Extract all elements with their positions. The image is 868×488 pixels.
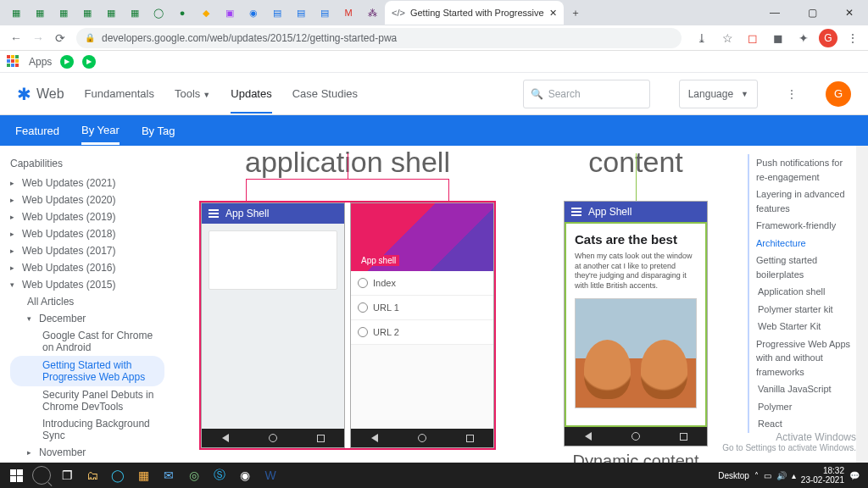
reload-button[interactable]: ⟳ [49, 27, 71, 49]
toc-item[interactable]: Polymer starter kit [747, 301, 851, 319]
back-button[interactable]: ← [5, 27, 27, 49]
profile-avatar[interactable]: G [819, 29, 837, 47]
background-tab[interactable]: ▣ [219, 2, 241, 24]
back-icon [222, 434, 229, 442]
taskbar-search[interactable] [29, 463, 54, 488]
toc-item[interactable]: Getting started boilerplates [747, 252, 851, 283]
toc-item[interactable]: Application shell [747, 283, 851, 301]
background-tab[interactable]: ▦ [100, 2, 122, 24]
search-input[interactable]: 🔍 Search [523, 80, 650, 108]
toc-item[interactable]: React [747, 415, 851, 433]
toc-item[interactable]: Progressive Web Apps with and without fr… [747, 336, 851, 381]
background-tab[interactable]: ▦ [53, 2, 75, 24]
install-icon[interactable]: ⤓ [692, 28, 712, 48]
kebab-menu-icon[interactable]: ⋮ [787, 88, 797, 100]
network-icon[interactable]: ▴ [792, 471, 796, 480]
sidebar-item[interactable]: ▸Web Updates (2019) [10, 208, 164, 225]
notifications-icon[interactable]: 💬 [849, 471, 860, 480]
tray-chevron-icon[interactable]: ˄ [754, 471, 759, 480]
background-tab[interactable]: ▤ [290, 2, 312, 24]
background-tab[interactable]: ▤ [314, 2, 336, 24]
site-logo[interactable]: ✱ Web [17, 84, 64, 104]
taskbar-time[interactable]: 18:32 [801, 466, 844, 475]
desktop-label[interactable]: Desktop [718, 471, 749, 480]
file-explorer-icon[interactable]: 🗂 [80, 463, 105, 488]
sidebar-item[interactable]: ▸November [10, 444, 164, 461]
nav-tools[interactable]: Tools▼ [175, 87, 210, 100]
sidebar-item[interactable]: ▸Web Updates (2016) [10, 259, 164, 276]
skype-icon[interactable]: Ⓢ [207, 463, 232, 488]
tab-by-tag[interactable]: By Tag [142, 117, 175, 145]
extension-icon[interactable]: ◻ [743, 28, 763, 48]
apps-icon[interactable] [7, 55, 20, 69]
taskbar-app[interactable]: ▦ [131, 463, 156, 488]
nav-fundamentals[interactable]: Fundamentals [85, 87, 154, 100]
toc-item[interactable]: Vanilla JavaScript [747, 380, 851, 398]
figure-caption: Dynamic content then [559, 452, 712, 463]
sidebar-item[interactable]: ▾Web Updates (2015) [10, 276, 164, 293]
toc-item-active[interactable]: Architecture [747, 235, 851, 252]
extensions-puzzle-icon[interactable]: ✦ [793, 28, 814, 48]
bookmark-shortcut[interactable]: ▶ [60, 55, 74, 69]
background-tab[interactable]: ▤ [266, 2, 288, 24]
battery-icon[interactable]: ▭ [764, 471, 771, 480]
sidebar-item[interactable]: ▸Web Updates (2017) [10, 242, 164, 259]
vertical-scrollbar[interactable] [856, 146, 868, 463]
sidebar-item[interactable]: ▸Web Updates (2018) [10, 225, 164, 242]
sidebar-item[interactable]: ▸Web Updates (2021) [10, 175, 164, 191]
start-button[interactable] [3, 463, 29, 488]
volume-icon[interactable]: 🔊 [776, 471, 787, 480]
toc-item[interactable]: Web Starter Kit [747, 318, 851, 336]
new-tab-button[interactable]: ＋ [565, 3, 586, 23]
app-bar: App Shell [565, 202, 707, 222]
taskbar-app[interactable]: ◎ [181, 463, 207, 488]
background-tab[interactable]: ◆ [195, 2, 217, 24]
minimize-button[interactable]: ― [756, 0, 793, 25]
language-selector[interactable]: Language ▼ [679, 80, 758, 108]
sidebar-item[interactable]: ▾December [10, 310, 164, 327]
background-tab[interactable]: ⁂ [361, 2, 383, 24]
background-tab[interactable]: ◯ [147, 2, 170, 24]
tab-featured[interactable]: Featured [15, 117, 59, 145]
toc-item[interactable]: Push notifications for re-engagement [747, 154, 851, 186]
bookmark-shortcut[interactable]: ▶ [82, 55, 96, 69]
background-tab[interactable]: ▦ [29, 2, 51, 24]
word-icon[interactable]: W [258, 463, 283, 488]
chrome-icon[interactable]: ◉ [232, 463, 258, 488]
close-tab-icon[interactable]: ✕ [549, 8, 557, 19]
sidebar-item-current[interactable]: Getting Started with Progressive Web App… [10, 356, 164, 386]
toc-item[interactable]: Framework-friendly [747, 217, 851, 235]
forward-button[interactable]: → [27, 27, 49, 49]
sidebar-item[interactable]: Security Panel Debuts in Chrome DevTools [10, 386, 164, 415]
kebab-menu-icon[interactable]: ⋮ [843, 28, 863, 48]
sidebar-item[interactable]: All Articles [10, 293, 164, 310]
mail-icon[interactable]: ✉ [156, 463, 181, 488]
window-controls: ― ▢ ✕ [756, 0, 868, 25]
nav-updates[interactable]: Updates [231, 87, 271, 114]
toc-item[interactable]: Layering in advanced features [747, 186, 851, 217]
sidebar-item[interactable]: ▸Web Updates (2020) [10, 191, 164, 208]
toc-item[interactable]: Polymer [747, 398, 851, 416]
sidebar-item[interactable]: Google Cast for Chrome on Android [10, 327, 164, 356]
background-tab[interactable]: ● [171, 2, 193, 24]
star-icon[interactable]: ☆ [717, 28, 737, 48]
apps-label[interactable]: Apps [29, 56, 52, 68]
background-tab[interactable]: ▦ [124, 2, 146, 24]
user-avatar[interactable]: G [826, 81, 851, 107]
extension-icon[interactable]: ◼ [768, 28, 788, 48]
background-tab[interactable]: M [337, 2, 359, 24]
tab-by-year[interactable]: By Year [81, 116, 120, 145]
taskbar-date[interactable]: 23-02-2021 [801, 475, 844, 485]
active-tab[interactable]: </> Getting Started with Progressive ✕ [385, 1, 564, 25]
edge-icon[interactable]: ◯ [105, 463, 131, 488]
omnibox[interactable]: 🔒 developers.google.com/web/updates/2015… [76, 28, 682, 48]
maximize-button[interactable]: ▢ [793, 0, 831, 25]
task-view-icon[interactable]: ❐ [54, 463, 80, 488]
background-tab[interactable]: ◉ [242, 2, 264, 24]
background-tab[interactable]: ▦ [5, 2, 27, 24]
background-tab[interactable]: ▦ [76, 2, 98, 24]
close-window-button[interactable]: ✕ [831, 0, 868, 25]
sidebar-heading: Capabilities [10, 158, 164, 169]
nav-case-studies[interactable]: Case Studies [292, 87, 358, 100]
sidebar-item[interactable]: Introducing Background Sync [10, 415, 164, 444]
